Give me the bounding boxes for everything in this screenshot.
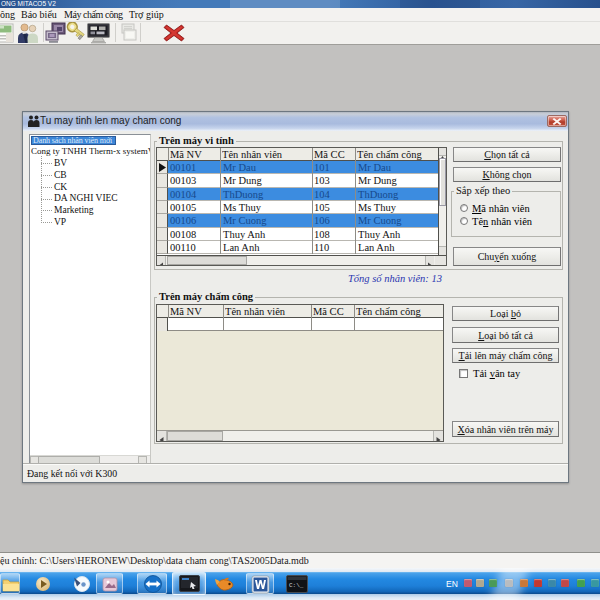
svg-text:C:\_: C:\_ [289, 582, 304, 589]
